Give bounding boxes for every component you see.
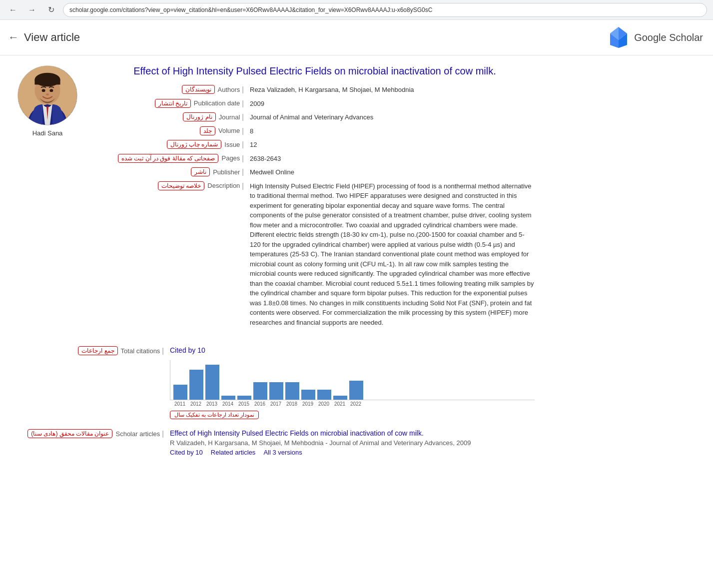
chart-label-2015: 2015 xyxy=(237,401,251,407)
detail-row-6: ناشرPublisher|Medwell Online xyxy=(95,167,535,177)
detail-badge-fa-1: تاریخ انتشار xyxy=(155,99,191,108)
author-photo-column: Hadi Sana xyxy=(15,65,80,331)
article-fields: نویسندگانAuthors|Reza Valizadeh, H Karga… xyxy=(95,85,535,327)
detail-value-3: 8 xyxy=(250,126,535,136)
scholar-badge-fa: عنوان مقالات محقق (هادی سنا) xyxy=(27,429,112,438)
author-avatar xyxy=(17,65,77,125)
detail-label-wrap-6: ناشرPublisher| xyxy=(95,167,250,176)
scholar-link-2[interactable]: All 3 versions xyxy=(263,449,302,456)
scholar-article-content: Effect of High Intensity Pulsed Electric… xyxy=(170,429,471,456)
detail-label-en-0: Authors xyxy=(218,86,240,93)
detail-value-5: 2638-2643 xyxy=(250,154,535,164)
detail-separator-1: | xyxy=(242,99,244,107)
forward-nav-button[interactable]: → xyxy=(25,3,39,17)
detail-separator-4: | xyxy=(242,140,244,148)
detail-badge-fa-6: ناشر xyxy=(191,167,210,176)
scholar-articles-section: عنوان مقالات محقق (هادی سنا) Scholar art… xyxy=(15,429,535,456)
svg-point-8 xyxy=(42,89,45,92)
detail-label-en-7: Description xyxy=(207,182,240,189)
scholar-link-1[interactable]: Related articles xyxy=(211,449,256,456)
avatar-image xyxy=(18,65,77,125)
detail-row-5: صفحاتی که مقالهٔ فوق در آن ثبت شدهPages|… xyxy=(95,154,535,164)
main-content: Hadi Sana Effect of High Intensity Pulse… xyxy=(0,55,550,471)
chart-bars xyxy=(170,360,535,400)
cited-by-text[interactable]: Cited by 10 xyxy=(170,346,205,354)
chart-label-2013: 2013 xyxy=(205,401,219,407)
detail-row-7: خلاصه توضیحاتDescription|High Intensity … xyxy=(95,181,535,328)
chart-label-2021: 2021 xyxy=(333,401,347,407)
detail-separator-5: | xyxy=(242,154,244,162)
detail-label-en-5: Pages xyxy=(221,154,240,162)
back-button[interactable]: ← xyxy=(8,31,19,44)
chart-bar-2021 xyxy=(333,396,347,400)
detail-separator-0: | xyxy=(242,85,244,93)
detail-badge-fa-3: جلد xyxy=(200,126,215,135)
chart-label-2018: 2018 xyxy=(285,401,299,407)
address-bar[interactable] xyxy=(63,3,707,17)
scholar-separator: | xyxy=(162,430,164,438)
chart-bar-2018 xyxy=(285,382,299,400)
chart-bar-2011 xyxy=(173,385,187,400)
page-title: View article xyxy=(24,31,80,44)
chart-label-2020: 2020 xyxy=(317,401,331,407)
article-title: Effect of High Intensity Pulsed Electric… xyxy=(95,65,535,77)
chart-bar-2019 xyxy=(301,390,315,400)
detail-label-wrap-5: صفحاتی که مقالهٔ فوق در آن ثبت شدهPages| xyxy=(95,154,250,163)
citations-value: Cited by 10 xyxy=(170,346,205,354)
chart-bar-2020 xyxy=(317,390,331,400)
scholar-link-0[interactable]: Cited by 10 xyxy=(170,449,203,456)
chart-label-2019: 2019 xyxy=(301,401,315,407)
detail-row-4: شماره چاپ ژورنالIssue|12 xyxy=(95,140,535,150)
chart-labels: 2011201220132014201520162017201820192020… xyxy=(170,400,535,407)
chart-label-2014: 2014 xyxy=(221,401,235,407)
chart-label-2011: 2011 xyxy=(173,401,187,407)
google-scholar-text: Google Scholar xyxy=(634,32,703,43)
detail-value-4: 12 xyxy=(250,140,535,150)
detail-badge-fa-2: نام ژورنال xyxy=(183,112,215,121)
chart-year-badge: نمودار تعداد ارجاعات به تفکیک سال xyxy=(170,411,259,419)
detail-value-6: Medwell Online xyxy=(250,167,535,177)
citations-label-wrap: جمع ارجاعات Total citations | xyxy=(15,346,170,355)
chart-bar-2017 xyxy=(269,382,283,400)
back-nav-button[interactable]: ← xyxy=(6,3,20,17)
chart-label-2017: 2017 xyxy=(269,401,283,407)
scholar-label-wrap: عنوان مقالات محقق (هادی سنا) Scholar art… xyxy=(15,429,170,438)
scholar-article-title-link[interactable]: Effect of High Intensity Pulsed Electric… xyxy=(170,429,471,437)
scholar-icon xyxy=(607,26,630,49)
detail-value-7: High Intensity Pulsed Electric Field (HI… xyxy=(250,181,535,328)
google-scholar-logo: Google Scholar xyxy=(607,26,703,49)
detail-row-1: تاریخ انتشارPublication date|2009 xyxy=(95,99,535,109)
detail-label-en-3: Volume xyxy=(218,127,240,134)
detail-separator-3: | xyxy=(242,127,244,135)
chart-bar-2014 xyxy=(221,396,235,400)
detail-label-en-1: Publication date xyxy=(194,99,240,107)
chart-label-2016: 2016 xyxy=(253,401,267,407)
citations-badge-fa: جمع ارجاعات xyxy=(78,346,117,355)
svg-point-10 xyxy=(46,93,49,95)
detail-label-wrap-0: نویسندگانAuthors| xyxy=(95,85,250,94)
reload-nav-button[interactable]: ↻ xyxy=(44,3,58,17)
detail-row-3: جلدVolume|8 xyxy=(95,126,535,136)
detail-label-wrap-3: جلدVolume| xyxy=(95,126,250,135)
chart-bar-2016 xyxy=(253,382,267,400)
detail-badge-fa-7: خلاصه توضیحات xyxy=(158,181,204,190)
scholar-article-links: Cited by 10Related articlesAll 3 version… xyxy=(170,449,471,456)
detail-badge-fa-4: شماره چاپ ژورنال xyxy=(167,140,222,149)
detail-label-wrap-2: نام ژورنالJournal| xyxy=(95,112,250,121)
chart-label-2012: 2012 xyxy=(189,401,203,407)
citations-row: جمع ارجاعات Total citations | Cited by 1… xyxy=(15,346,535,355)
detail-label-en-4: Issue xyxy=(224,141,240,148)
detail-value-1: 2009 xyxy=(250,99,535,109)
citations-label-en: Total citations xyxy=(121,347,160,355)
detail-label-en-2: Journal xyxy=(219,113,240,121)
scholar-article-meta: R Valizadeh, H Kargarsana, M Shojaei, M … xyxy=(170,439,471,447)
svg-point-9 xyxy=(49,89,53,92)
citations-chart: 2011201220132014201520162017201820192020… xyxy=(170,360,535,419)
detail-row-0: نویسندگانAuthors|Reza Valizadeh, H Karga… xyxy=(95,85,535,95)
detail-separator-7: | xyxy=(242,182,244,190)
detail-value-0: Reza Valizadeh, H Kargarsana, M Shojaei,… xyxy=(250,85,535,95)
article-section: Hadi Sana Effect of High Intensity Pulse… xyxy=(15,65,535,331)
chart-bar-2022 xyxy=(349,381,363,400)
citations-section: جمع ارجاعات Total citations | Cited by 1… xyxy=(15,346,535,419)
chart-bar-2013 xyxy=(205,365,219,400)
